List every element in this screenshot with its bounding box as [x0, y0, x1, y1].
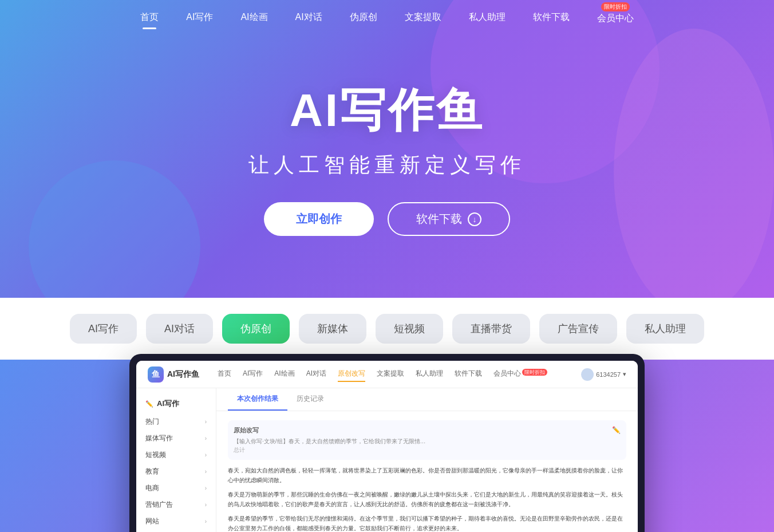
create-button[interactable]: 立即创作 [264, 202, 374, 236]
app-nav-writing[interactable]: AI写作 [243, 367, 263, 382]
cat-btn-rewrite[interactable]: 伪原创 [222, 314, 290, 344]
rewrite-para-2: 春天是万物萌新的季节，那些沉睡的生命仿佛在一夜之间被唤醒，嫩绿的嫩儿从土壤中探出… [228, 490, 626, 509]
sidebar-marketing[interactable]: 营销广告› [136, 496, 216, 513]
app-nav-chat[interactable]: AI对话 [306, 367, 326, 382]
app-sidebar: ✏️ AI写作 热门› 媒体写作› 短视频› 教育› [136, 388, 216, 532]
chevron-down-icon: ▾ [623, 371, 626, 378]
app-logo-icon: 鱼 [148, 367, 164, 383]
nav-item-rewrite[interactable]: 伪原创 [350, 11, 377, 26]
tab-history[interactable]: 历史记录 [287, 388, 333, 411]
cat-btn-ai-chat[interactable]: AI对话 [146, 314, 213, 344]
app-nav-vip[interactable]: 会员中心限时折扣 [493, 367, 547, 382]
hero-title: AI写作鱼 [290, 80, 484, 142]
app-user: 6134257 ▾ [581, 368, 626, 381]
download-label: 软件下载 [416, 211, 462, 227]
vip-label: 会员中心 [597, 13, 634, 23]
nav-item-extract[interactable]: 文案提取 [405, 11, 441, 26]
original-box: 原始改写 【输入你写·文块/组】春天，是大自然馈赠的季节，它给我们带来了无限情…… [228, 420, 626, 460]
nav-item-download[interactable]: 软件下载 [533, 11, 570, 26]
app-body: ✏️ AI写作 热门› 媒体写作› 短视频› 教育› [136, 388, 638, 532]
cat-btn-assistant[interactable]: 私人助理 [626, 314, 704, 344]
app-logo-text: AI写作鱼 [167, 369, 199, 380]
app-nav: 鱼 AI写作鱼 首页 AI写作 AI绘画 AI对话 原创改写 文案提取 私人助理… [136, 361, 638, 388]
edit-icon[interactable]: ✏️ [612, 426, 621, 434]
app-nav-home[interactable]: 首页 [218, 367, 231, 382]
app-nav-items: 首页 AI写作 AI绘画 AI对话 原创改写 文案提取 私人助理 软件下载 会员… [218, 367, 581, 382]
hero-subtitle: 让人工智能重新定义写作 [248, 151, 526, 179]
cat-btn-ai-writing[interactable]: AI写作 [70, 314, 137, 344]
app-vip-badge: 限时折扣 [522, 369, 547, 376]
app-tabs: 本次创作结果 历史记录 [216, 388, 638, 411]
sidebar-website[interactable]: 网站› [136, 513, 216, 530]
app-nav-download[interactable]: 软件下载 [455, 367, 482, 382]
cat-btn-advertising[interactable]: 广告宣传 [539, 314, 617, 344]
sidebar-literature[interactable]: 文学› [136, 530, 216, 532]
app-nav-extract[interactable]: 文案提取 [377, 367, 404, 382]
app-nav-drawing[interactable]: AI绘画 [274, 367, 294, 382]
sidebar-shortvideo[interactable]: 短视频› [136, 447, 216, 463]
cat-btn-livestream[interactable]: 直播带货 [452, 314, 530, 344]
sidebar-media[interactable]: 媒体写作› [136, 430, 216, 447]
cat-btn-shortvideo[interactable]: 短视频 [376, 314, 443, 344]
nav-item-ai-drawing[interactable]: AI绘画 [240, 11, 267, 26]
app-main: 本次创作结果 历史记录 原始改写 【输入你写·文块/组】春天，是大自然馈赠的季节… [216, 388, 638, 532]
original-meta: 【输入你写·文块/组】春天，是大自然馈赠的季节，它给我们带来了无限情… [234, 437, 426, 446]
app-logo: 鱼 AI写作鱼 [148, 367, 199, 383]
download-icon: ↓ [468, 212, 481, 226]
nav-item-ai-chat[interactable]: AI对话 [295, 11, 322, 26]
app-avatar [581, 368, 594, 381]
app-nav-assistant[interactable]: 私人助理 [416, 367, 443, 382]
original-label: 原始改写 [234, 426, 426, 435]
sidebar-hot[interactable]: 热门› [136, 413, 216, 430]
sidebar-education[interactable]: 教育› [136, 463, 216, 480]
nav-item-assistant[interactable]: 私人助理 [469, 11, 506, 26]
mockup-section: 鱼 AI写作鱼 首页 AI写作 AI绘画 AI对话 原创改写 文案提取 私人助理… [0, 360, 774, 532]
nav-item-home[interactable]: 首页 [140, 11, 159, 26]
original-count: 总计 [234, 446, 426, 454]
app-content: 原始改写 【输入你写·文块/组】春天，是大自然馈赠的季节，它给我们带来了无限情…… [216, 411, 638, 532]
download-button[interactable]: 软件下载 ↓ [388, 202, 510, 236]
rewrite-para-1: 春天，宛如大自然的调色板，轻轻一挥薄笔，就将世界染上了五彩斑斓的色彩。你是否曾甜… [228, 466, 626, 485]
rewrite-para-3: 春天是希望的季节，它带给我们无尽的憧憬和渴待。在这个季节里，我们可以播下希望的种… [228, 514, 626, 532]
cat-btn-newmedia[interactable]: 新媒体 [299, 314, 366, 344]
vip-badge: 限时折扣 [601, 2, 630, 11]
laptop-screen: 鱼 AI写作鱼 首页 AI写作 AI绘画 AI对话 原创改写 文案提取 私人助理… [136, 361, 638, 532]
sidebar-ai-writing[interactable]: ✏️ AI写作 [136, 394, 216, 413]
main-nav: 首页 AI写作 AI绘画 AI对话 伪原创 文案提取 私人助理 软件下载 限时折… [0, 0, 774, 37]
nav-item-ai-writing[interactable]: AI写作 [186, 11, 213, 26]
laptop-frame: 鱼 AI写作鱼 首页 AI写作 AI绘画 AI对话 原创改写 文案提取 私人助理… [129, 354, 645, 532]
sidebar-ecommerce[interactable]: 电商› [136, 480, 216, 496]
app-nav-rewrite[interactable]: 原创改写 [338, 367, 365, 382]
tab-current-result[interactable]: 本次创作结果 [228, 388, 287, 411]
app-username: 6134257 [596, 371, 621, 378]
nav-item-vip[interactable]: 限时折扣 会员中心 [597, 13, 634, 25]
category-bar: AI写作 AI对话 伪原创 新媒体 短视频 直播带货 广告宣传 私人助理 [0, 298, 774, 360]
